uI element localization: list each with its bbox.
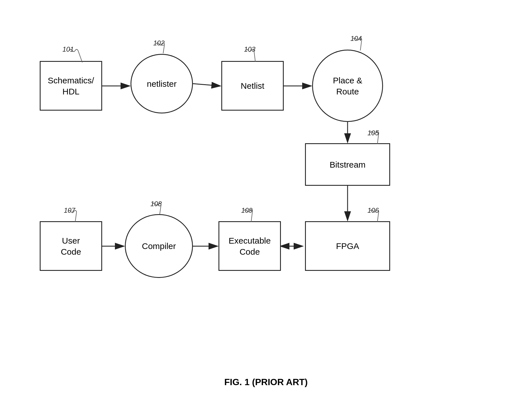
ref-108: 108	[150, 200, 162, 208]
netlist-node: Netlist	[221, 61, 284, 111]
ref-102: 102	[153, 39, 165, 47]
netlist-label: Netlist	[241, 80, 264, 91]
bitstream-label: Bitstream	[330, 159, 366, 170]
ref-109: 109	[241, 206, 253, 214]
svg-line-3	[193, 84, 220, 86]
ref-103: 103	[244, 45, 255, 53]
ref-107: 107	[64, 206, 75, 214]
compiler-node: Compiler	[125, 214, 193, 278]
compiler-label: Compiler	[142, 240, 176, 252]
svg-line-10	[78, 50, 82, 62]
netlister-node: netlister	[131, 54, 193, 113]
ref-106: 106	[367, 206, 379, 214]
schematics-hdl-node: Schematics/ HDL	[40, 61, 102, 111]
fpga-node: FPGA	[305, 221, 390, 271]
bitstream-node: Bitstream	[305, 143, 390, 186]
figure-caption: FIG. 1 (PRIOR ART)	[224, 377, 308, 387]
fpga-label: FPGA	[336, 240, 359, 252]
ref-105: 105	[367, 129, 379, 137]
place-route-label: Place &Route	[333, 75, 362, 97]
user-code-label: UserCode	[61, 235, 81, 257]
executable-code-label: ExecutableCode	[229, 235, 271, 257]
place-route-node: Place &Route	[312, 50, 383, 122]
user-code-node: UserCode	[40, 221, 102, 271]
svg-line-16	[75, 212, 77, 222]
schematics-hdl-label: Schematics/ HDL	[41, 75, 101, 97]
ref-104: 104	[350, 35, 362, 43]
executable-code-node: ExecutableCode	[218, 221, 281, 271]
netlister-label: netlister	[147, 78, 176, 89]
ref-101: 101	[62, 45, 74, 53]
